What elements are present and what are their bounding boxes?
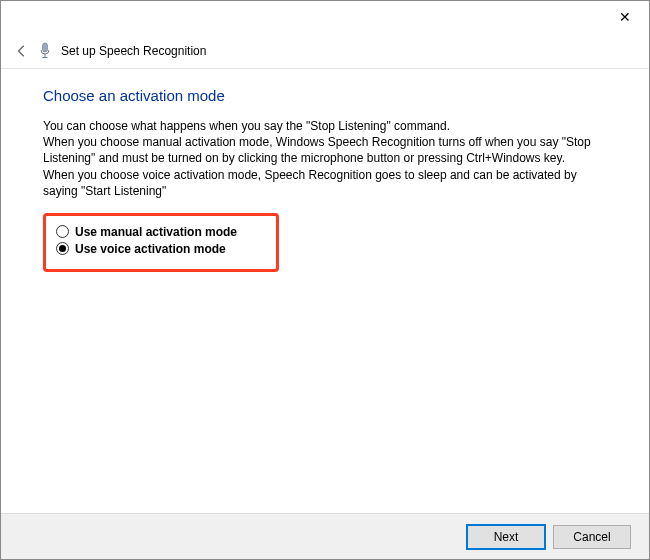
microphone-icon bbox=[39, 42, 51, 60]
window-titlebar: ✕ bbox=[1, 1, 649, 33]
wizard-title: Set up Speech Recognition bbox=[61, 44, 206, 58]
wizard-header: Set up Speech Recognition bbox=[1, 33, 649, 69]
wizard-content: Choose an activation mode You can choose… bbox=[1, 69, 649, 282]
desc-line-2: When you choose manual activation mode, … bbox=[43, 135, 591, 165]
radio-option-voice[interactable]: Use voice activation mode bbox=[56, 242, 266, 256]
next-button[interactable]: Next bbox=[467, 525, 545, 549]
activation-mode-radio-group: Use manual activation mode Use voice act… bbox=[43, 213, 279, 272]
back-arrow-icon[interactable] bbox=[15, 44, 29, 58]
desc-line-3: When you choose voice activation mode, S… bbox=[43, 168, 577, 198]
cancel-button[interactable]: Cancel bbox=[553, 525, 631, 549]
radio-icon-checked bbox=[56, 242, 69, 255]
close-icon[interactable]: ✕ bbox=[615, 7, 635, 27]
radio-label-voice: Use voice activation mode bbox=[75, 242, 226, 256]
radio-option-manual[interactable]: Use manual activation mode bbox=[56, 225, 266, 239]
desc-line-1: You can choose what happens when you say… bbox=[43, 119, 450, 133]
svg-rect-0 bbox=[43, 43, 48, 52]
radio-icon bbox=[56, 225, 69, 238]
page-description: You can choose what happens when you say… bbox=[43, 118, 607, 199]
page-heading: Choose an activation mode bbox=[43, 87, 607, 104]
radio-label-manual: Use manual activation mode bbox=[75, 225, 237, 239]
wizard-footer: Next Cancel bbox=[1, 513, 649, 559]
